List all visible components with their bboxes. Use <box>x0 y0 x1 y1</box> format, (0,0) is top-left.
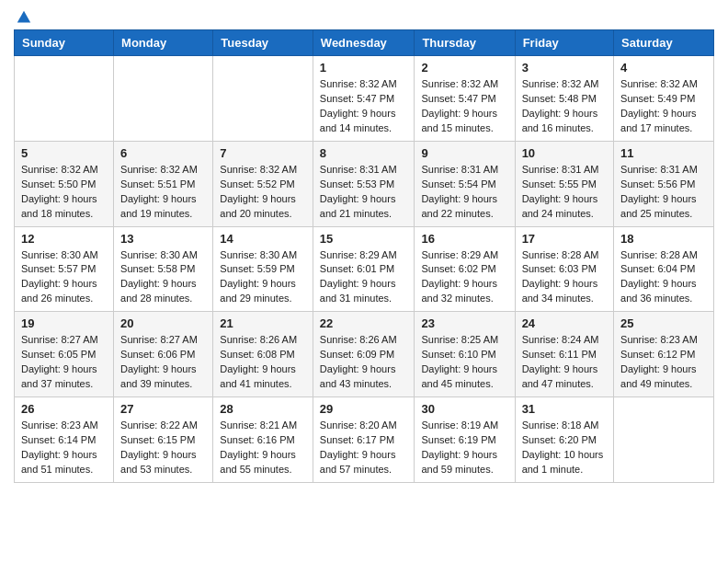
day-number: 15 <box>320 232 408 246</box>
calendar-cell: 28Sunrise: 8:21 AM Sunset: 6:16 PM Dayli… <box>213 397 313 483</box>
day-info: Sunrise: 8:27 AM Sunset: 6:05 PM Dayligh… <box>21 333 107 392</box>
day-info: Sunrise: 8:31 AM Sunset: 5:55 PM Dayligh… <box>522 163 607 222</box>
day-info: Sunrise: 8:26 AM Sunset: 6:09 PM Dayligh… <box>320 333 408 392</box>
header <box>14 9 714 22</box>
calendar-cell: 26Sunrise: 8:23 AM Sunset: 6:14 PM Dayli… <box>15 397 114 483</box>
calendar-cell: 9Sunrise: 8:31 AM Sunset: 5:54 PM Daylig… <box>415 141 515 226</box>
day-number: 13 <box>120 232 206 246</box>
calendar-cell: 13Sunrise: 8:30 AM Sunset: 5:58 PM Dayli… <box>114 226 213 312</box>
day-number: 17 <box>522 232 607 246</box>
day-info: Sunrise: 8:18 AM Sunset: 6:20 PM Dayligh… <box>522 419 607 477</box>
col-wednesday: Wednesday <box>313 30 415 56</box>
day-number: 4 <box>620 61 707 75</box>
calendar-week-row: 12Sunrise: 8:30 AM Sunset: 5:57 PM Dayli… <box>15 226 714 312</box>
day-number: 20 <box>120 316 206 330</box>
calendar-cell: 7Sunrise: 8:32 AM Sunset: 5:52 PM Daylig… <box>213 141 313 226</box>
day-number: 3 <box>522 61 607 75</box>
col-saturday: Saturday <box>614 30 714 56</box>
page: Sunday Monday Tuesday Wednesday Thursday… <box>0 0 728 497</box>
calendar-cell: 15Sunrise: 8:29 AM Sunset: 6:01 PM Dayli… <box>313 226 415 312</box>
day-number: 25 <box>620 316 707 330</box>
calendar-cell: 1Sunrise: 8:32 AM Sunset: 5:47 PM Daylig… <box>313 56 415 142</box>
calendar-cell: 6Sunrise: 8:32 AM Sunset: 5:51 PM Daylig… <box>114 141 213 226</box>
day-number: 23 <box>421 316 507 330</box>
day-info: Sunrise: 8:23 AM Sunset: 6:12 PM Dayligh… <box>620 333 707 392</box>
day-info: Sunrise: 8:31 AM Sunset: 5:53 PM Dayligh… <box>320 163 408 222</box>
day-info: Sunrise: 8:20 AM Sunset: 6:17 PM Dayligh… <box>320 419 408 477</box>
day-number: 6 <box>120 146 206 160</box>
day-info: Sunrise: 8:27 AM Sunset: 6:06 PM Dayligh… <box>120 333 206 392</box>
day-info: Sunrise: 8:26 AM Sunset: 6:08 PM Dayligh… <box>220 333 306 392</box>
col-tuesday: Tuesday <box>213 30 313 56</box>
calendar-cell: 23Sunrise: 8:25 AM Sunset: 6:10 PM Dayli… <box>415 312 515 397</box>
calendar-cell: 11Sunrise: 8:31 AM Sunset: 5:56 PM Dayli… <box>614 141 714 226</box>
calendar-week-row: 19Sunrise: 8:27 AM Sunset: 6:05 PM Dayli… <box>15 312 714 397</box>
day-number: 21 <box>220 316 306 330</box>
calendar-cell: 17Sunrise: 8:28 AM Sunset: 6:03 PM Dayli… <box>515 226 613 312</box>
svg-marker-0 <box>17 11 30 23</box>
logo-icon <box>16 9 32 26</box>
logo <box>14 9 32 22</box>
day-number: 2 <box>421 61 507 75</box>
day-number: 31 <box>522 402 607 416</box>
day-number: 19 <box>21 316 107 330</box>
calendar-cell: 12Sunrise: 8:30 AM Sunset: 5:57 PM Dayli… <box>15 226 114 312</box>
calendar-cell: 27Sunrise: 8:22 AM Sunset: 6:15 PM Dayli… <box>114 397 213 483</box>
day-number: 26 <box>21 402 107 416</box>
day-info: Sunrise: 8:23 AM Sunset: 6:14 PM Dayligh… <box>21 419 107 477</box>
day-number: 11 <box>620 146 707 160</box>
day-info: Sunrise: 8:28 AM Sunset: 6:03 PM Dayligh… <box>522 248 607 307</box>
calendar-week-row: 1Sunrise: 8:32 AM Sunset: 5:47 PM Daylig… <box>15 56 714 142</box>
calendar-cell: 16Sunrise: 8:29 AM Sunset: 6:02 PM Dayli… <box>415 226 515 312</box>
calendar-cell: 10Sunrise: 8:31 AM Sunset: 5:55 PM Dayli… <box>515 141 613 226</box>
day-number: 14 <box>220 232 306 246</box>
day-info: Sunrise: 8:29 AM Sunset: 6:02 PM Dayligh… <box>421 248 507 307</box>
day-info: Sunrise: 8:30 AM Sunset: 5:57 PM Dayligh… <box>21 248 107 307</box>
calendar-cell: 30Sunrise: 8:19 AM Sunset: 6:19 PM Dayli… <box>415 397 515 483</box>
calendar: Sunday Monday Tuesday Wednesday Thursday… <box>14 29 714 483</box>
calendar-cell: 19Sunrise: 8:27 AM Sunset: 6:05 PM Dayli… <box>15 312 114 397</box>
calendar-cell: 4Sunrise: 8:32 AM Sunset: 5:49 PM Daylig… <box>614 56 714 142</box>
day-number: 18 <box>620 232 707 246</box>
day-number: 9 <box>421 146 507 160</box>
col-sunday: Sunday <box>15 30 114 56</box>
day-info: Sunrise: 8:31 AM Sunset: 5:54 PM Dayligh… <box>421 163 507 222</box>
day-info: Sunrise: 8:28 AM Sunset: 6:04 PM Dayligh… <box>620 248 707 307</box>
calendar-cell <box>213 56 313 142</box>
day-info: Sunrise: 8:29 AM Sunset: 6:01 PM Dayligh… <box>320 248 408 307</box>
col-monday: Monday <box>114 30 213 56</box>
calendar-week-row: 5Sunrise: 8:32 AM Sunset: 5:50 PM Daylig… <box>15 141 714 226</box>
calendar-week-row: 26Sunrise: 8:23 AM Sunset: 6:14 PM Dayli… <box>15 397 714 483</box>
day-info: Sunrise: 8:31 AM Sunset: 5:56 PM Dayligh… <box>620 163 707 222</box>
day-info: Sunrise: 8:19 AM Sunset: 6:19 PM Dayligh… <box>421 419 507 477</box>
calendar-cell: 5Sunrise: 8:32 AM Sunset: 5:50 PM Daylig… <box>15 141 114 226</box>
calendar-cell: 25Sunrise: 8:23 AM Sunset: 6:12 PM Dayli… <box>614 312 714 397</box>
day-info: Sunrise: 8:32 AM Sunset: 5:48 PM Dayligh… <box>522 77 607 136</box>
calendar-header-row: Sunday Monday Tuesday Wednesday Thursday… <box>15 30 714 56</box>
day-number: 29 <box>320 402 408 416</box>
calendar-cell: 29Sunrise: 8:20 AM Sunset: 6:17 PM Dayli… <box>313 397 415 483</box>
day-info: Sunrise: 8:32 AM Sunset: 5:49 PM Dayligh… <box>620 77 707 136</box>
day-info: Sunrise: 8:32 AM Sunset: 5:50 PM Dayligh… <box>21 163 107 222</box>
day-number: 5 <box>21 146 107 160</box>
col-thursday: Thursday <box>415 30 515 56</box>
col-friday: Friday <box>515 30 613 56</box>
calendar-cell <box>614 397 714 483</box>
calendar-cell <box>114 56 213 142</box>
day-number: 22 <box>320 316 408 330</box>
calendar-cell: 2Sunrise: 8:32 AM Sunset: 5:47 PM Daylig… <box>415 56 515 142</box>
day-number: 27 <box>120 402 206 416</box>
calendar-cell: 14Sunrise: 8:30 AM Sunset: 5:59 PM Dayli… <box>213 226 313 312</box>
calendar-cell: 18Sunrise: 8:28 AM Sunset: 6:04 PM Dayli… <box>614 226 714 312</box>
day-number: 30 <box>421 402 507 416</box>
calendar-cell: 8Sunrise: 8:31 AM Sunset: 5:53 PM Daylig… <box>313 141 415 226</box>
day-info: Sunrise: 8:22 AM Sunset: 6:15 PM Dayligh… <box>120 419 206 477</box>
day-number: 28 <box>220 402 306 416</box>
day-info: Sunrise: 8:25 AM Sunset: 6:10 PM Dayligh… <box>421 333 507 392</box>
day-number: 24 <box>522 316 607 330</box>
day-info: Sunrise: 8:32 AM Sunset: 5:52 PM Dayligh… <box>220 163 306 222</box>
calendar-cell: 20Sunrise: 8:27 AM Sunset: 6:06 PM Dayli… <box>114 312 213 397</box>
day-number: 10 <box>522 146 607 160</box>
day-number: 7 <box>220 146 306 160</box>
day-number: 8 <box>320 146 408 160</box>
